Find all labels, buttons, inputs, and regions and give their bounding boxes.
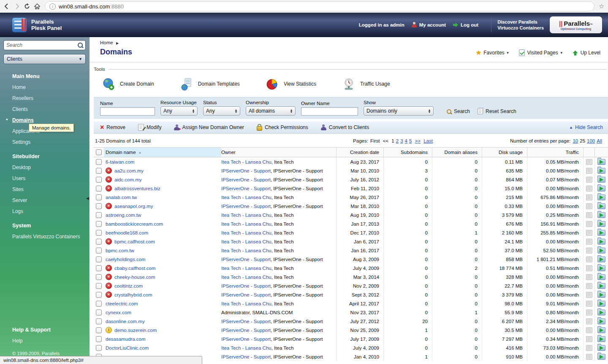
show-select[interactable]: Domains only ▲▼ — [364, 106, 434, 116]
create-domain-button[interactable]: Create Domain — [101, 77, 154, 91]
page-info-icon[interactable]: i — [49, 3, 56, 10]
sidebar-clients-dropdown[interactable]: Clients ▼ — [3, 54, 86, 64]
address-bar[interactable]: i win08.small-dns.com:8880 — [45, 1, 594, 11]
row-checkbox[interactable] — [96, 345, 102, 351]
my-account-link[interactable]: My account — [411, 22, 446, 28]
row-checkbox[interactable] — [96, 336, 102, 342]
row-checkbox[interactable] — [96, 256, 102, 262]
open-in-panel-icon[interactable] — [597, 274, 605, 280]
sidebar-item-parallels-virtuozzo-containers[interactable]: Parallels Virtuozzo Containers — [0, 231, 89, 242]
sidebar-item-logs[interactable]: Logs — [0, 206, 89, 217]
owner-link[interactable]: IPServerOne - Support — [221, 354, 271, 359]
domain-link[interactable]: cynexx.com — [106, 310, 131, 315]
open-in-panel-icon[interactable] — [597, 265, 605, 271]
row-checkbox[interactable] — [96, 168, 102, 174]
page-link[interactable]: 4 — [405, 138, 407, 143]
domain-link[interactable]: caelyholdings.com — [106, 257, 146, 262]
open-in-panel-icon[interactable] — [597, 239, 605, 245]
sidebar-item-sites[interactable]: Sites — [0, 184, 89, 195]
domain-link[interactable]: crystalhybrid.com — [114, 292, 152, 297]
column-header-creation-date[interactable]: Creation date — [336, 148, 383, 157]
owner-link[interactable]: IPServerOne - Support — [221, 257, 271, 262]
open-in-panel-icon[interactable] — [597, 292, 605, 298]
sidebar-collapse-icon[interactable]: ◀ — [86, 196, 89, 200]
column-header-owner[interactable]: Owner — [221, 148, 336, 157]
page-link[interactable]: 5 — [409, 138, 412, 143]
column-header-disk-usage[interactable]: Disk usage — [482, 148, 527, 157]
row-checkbox[interactable] — [96, 301, 102, 307]
view-statistics-button[interactable]: View Statistics — [265, 77, 316, 91]
page-link[interactable]: 3 — [400, 138, 403, 143]
owner-link[interactable]: IPServerOne - Support — [221, 328, 271, 333]
sidebar-item-home[interactable]: Home — [0, 82, 89, 93]
open-in-panel-icon[interactable] — [597, 221, 605, 227]
page-link[interactable]: 2 — [396, 138, 399, 143]
select-all-checkbox[interactable] — [96, 149, 102, 155]
column-header-subdomains[interactable]: Subdomains — [383, 148, 432, 157]
row-checkbox[interactable] — [96, 203, 102, 209]
owner-link[interactable]: Itea Tech - Lansea Chu — [221, 221, 271, 226]
domain-link[interactable]: beefnoodle168.com — [106, 230, 148, 235]
row-checkbox[interactable] — [96, 221, 102, 227]
domain-link[interactable]: aseanapol.org.my — [114, 204, 153, 209]
name-filter-input[interactable] — [100, 107, 155, 116]
open-in-panel-icon[interactable] — [597, 186, 605, 191]
open-in-panel-icon[interactable] — [597, 310, 605, 315]
row-checkbox[interactable] — [96, 230, 102, 236]
owner-link[interactable]: Itea Tech - Lansea Chu — [221, 248, 271, 253]
owner-name-filter-input[interactable] — [301, 107, 358, 116]
open-in-panel-icon[interactable] — [597, 159, 605, 165]
next-pages-link[interactable]: >> — [415, 138, 421, 143]
open-in-panel-icon[interactable] — [597, 345, 605, 351]
domain-link[interactable]: bamboostickicecream.com — [106, 221, 163, 226]
open-in-panel-icon[interactable] — [597, 318, 605, 324]
sidebar-item-help[interactable]: Help — [0, 335, 89, 346]
modify-button[interactable]: Modify — [138, 124, 161, 131]
open-in-panel-icon[interactable] — [597, 283, 605, 289]
domain-link[interactable]: cooltintz.com — [114, 283, 143, 289]
convert-to-clients-button[interactable]: Convert to Clients — [321, 124, 369, 130]
discover-virtuozzo-link[interactable]: Discover Parallels Virtuozzo Containers — [497, 19, 544, 31]
visited-pages-menu[interactable]: Visited Pages▼ — [519, 49, 563, 56]
owner-link[interactable]: IPServerOne - Support — [221, 168, 271, 173]
status-select[interactable]: Any ▲▼ — [203, 106, 240, 116]
browser-forward-icon[interactable] — [14, 2, 20, 11]
assign-new-domain-owner-button[interactable]: Assign New Domain Owner — [174, 124, 244, 130]
check-permissions-button[interactable]: Check Permissions — [257, 124, 308, 131]
sidebar-item-desktop[interactable]: Desktop — [0, 162, 89, 173]
parallels-badge[interactable]: ||Parallels™ Optimized Computing — [550, 16, 602, 33]
log-out-link[interactable]: Log out — [453, 22, 478, 27]
resource-usage-select[interactable]: Any ▲▼ — [160, 106, 198, 116]
remove-button[interactable]: × Remove — [100, 124, 125, 130]
column-header-traffic[interactable]: Traffic — [527, 148, 583, 157]
row-checkbox[interactable] — [96, 274, 102, 280]
row-checkbox[interactable] — [96, 248, 102, 253]
row-checkbox[interactable] — [96, 212, 102, 218]
up-level-button[interactable]: Up Level — [573, 50, 600, 56]
domain-link[interactable]: albatrossventures.biz — [114, 186, 160, 191]
sidebar-item-settings[interactable]: Settings — [0, 137, 89, 148]
open-in-panel-icon[interactable] — [597, 327, 605, 333]
hide-search-link[interactable]: ▲ Hide Search — [569, 124, 603, 130]
owner-link[interactable]: Itea Tech - Lansea Chu — [221, 275, 271, 280]
row-checkbox[interactable] — [96, 194, 102, 200]
ownership-select[interactable]: All domains ▲▼ — [246, 106, 296, 116]
owner-link[interactable]: Itea Tech - Lansea Chu — [221, 230, 271, 235]
per-page-option[interactable]: 10 — [573, 138, 578, 143]
domain-link[interactable]: desasamudra.com — [106, 337, 146, 342]
owner-link[interactable]: Itea Tech - Lansea Chu — [221, 301, 271, 306]
favorites-menu[interactable]: ★ Favorites▼ — [476, 49, 510, 57]
open-in-panel-icon[interactable] — [597, 256, 605, 262]
column-header-domain-aliases[interactable]: Domain aliases — [432, 148, 482, 157]
column-header-domain-name[interactable]: Domain name▲ — [104, 148, 221, 157]
open-in-panel-icon[interactable] — [597, 177, 605, 183]
open-in-panel-icon[interactable] — [597, 248, 605, 253]
open-in-panel-icon[interactable] — [597, 336, 605, 342]
search-button[interactable]: Search — [447, 108, 470, 114]
browser-reload-icon[interactable] — [24, 2, 30, 11]
owner-link[interactable]: IPServerOne - Support — [221, 292, 271, 297]
row-checkbox[interactable] — [96, 177, 102, 183]
open-in-panel-icon[interactable] — [597, 203, 605, 209]
domain-link[interactable]: astroeng.com.tw — [106, 213, 141, 218]
domain-link[interactable]: 6-taiwan.com — [106, 159, 134, 164]
